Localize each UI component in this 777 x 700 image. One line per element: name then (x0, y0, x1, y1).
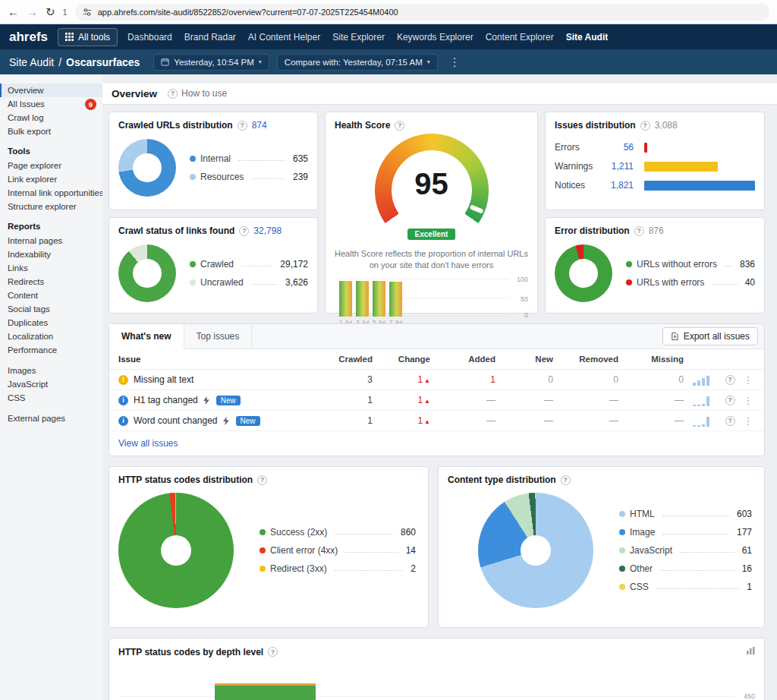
export-all-issues-button[interactable]: Export all issues (662, 327, 758, 345)
nav-site-explorer[interactable]: Site Explorer (332, 32, 385, 43)
help-icon[interactable]: ? (257, 475, 267, 485)
issue-row-word-count-changed[interactable]: i Word count changed New 1 1▲ — — — — ? (109, 411, 764, 431)
help-icon[interactable]: ? (268, 647, 278, 657)
help-icon[interactable]: ? (561, 475, 571, 485)
sidebar-item-page-explorer[interactable]: Page explorer (0, 159, 102, 172)
row-menu-icon[interactable]: ⋮ (741, 395, 755, 406)
help-icon[interactable]: ? (238, 121, 247, 131)
row-value[interactable]: 1,821 (602, 180, 634, 191)
errors-bar[interactable] (644, 143, 647, 153)
row-value[interactable]: 1,211 (602, 161, 634, 172)
legend-item-javascript[interactable]: JavaScript 61 (619, 545, 752, 556)
sidebar-item-internal-pages[interactable]: Internal pages (0, 234, 102, 248)
all-tools-button[interactable]: All tools (58, 28, 118, 46)
legend-item-urls-without-errors[interactable]: URLs without errors 836 (626, 259, 755, 270)
legend-value[interactable]: 635 (293, 153, 308, 164)
sidebar-item-redirects[interactable]: Redirects (0, 275, 102, 289)
legend-value[interactable]: 177 (737, 527, 752, 538)
notices-bar[interactable] (644, 181, 755, 191)
view-all-issues-link[interactable]: View all issues (109, 431, 764, 456)
date-picker-button[interactable]: Yesterday, 10:54 PM ▾ (153, 54, 269, 71)
col-header-change[interactable]: Change (373, 355, 430, 364)
nav-ai-content-helper[interactable]: AI Content Helper (248, 32, 320, 43)
legend-value[interactable]: 603 (737, 509, 752, 519)
sidebar-item-structure-explorer[interactable]: Structure explorer (0, 200, 102, 213)
sidebar-item-all-issues[interactable]: All Issues 9 (0, 97, 102, 111)
compare-button[interactable]: Compare with: Yesterday, 07:15 AM ▾ (277, 54, 438, 71)
legend-value[interactable]: 29,172 (280, 259, 308, 270)
help-icon[interactable]: ? (725, 416, 735, 426)
legend-item-resources[interactable]: Resources 239 (190, 172, 308, 182)
legend-value[interactable]: 2 (411, 563, 416, 574)
issue-row-missing-alt-text[interactable]: ! Missing alt text 3 1▲ 1 0 0 0 ? ⋮ (109, 370, 764, 390)
sidebar-item-bulk-export[interactable]: Bulk export (0, 125, 102, 138)
legend-item-success[interactable]: Success (2xx) 860 (260, 527, 416, 538)
sidebar-item-localization[interactable]: Localization (0, 330, 102, 343)
sidebar-item-performance[interactable]: Performance (0, 343, 102, 357)
legend-item-other[interactable]: Other 16 (619, 563, 752, 574)
more-options-icon[interactable]: ⋮ (445, 55, 464, 69)
legend-item-html[interactable]: HTML 603 (619, 509, 752, 519)
nav-brand-radar[interactable]: Brand Radar (184, 32, 236, 43)
legend-item-crawled[interactable]: Crawled 29,172 (190, 259, 308, 270)
url-bar[interactable]: app.ahrefs.com/site-audit/8522852/overvi… (75, 4, 769, 20)
legend-value[interactable]: 1 (747, 582, 752, 592)
ahrefs-logo[interactable]: ahrefs (9, 30, 48, 45)
col-header-added[interactable]: Added (430, 355, 495, 364)
nav-content-explorer[interactable]: Content Explorer (486, 32, 554, 43)
row-menu-icon[interactable]: ⋮ (741, 415, 755, 427)
help-icon[interactable]: ? (395, 121, 404, 131)
sidebar-item-internal-link-opportunities[interactable]: Internal link opportunities (0, 186, 102, 200)
legend-item-image[interactable]: Image 177 (619, 527, 752, 538)
help-icon[interactable]: ? (239, 226, 249, 236)
legend-value[interactable]: 16 (742, 563, 752, 574)
sidebar-item-overview[interactable]: Overview (0, 84, 102, 97)
breadcrumb-section[interactable]: Site Audit (9, 56, 54, 68)
legend-value[interactable]: 860 (401, 527, 416, 538)
warnings-bar[interactable] (644, 162, 718, 172)
sidebar-item-indexability[interactable]: Indexability (0, 248, 102, 261)
legend-value[interactable]: 14 (406, 545, 416, 556)
col-header-issue[interactable]: Issue (118, 355, 319, 364)
legend-item-urls-with-errors[interactable]: URLs with errors 40 (626, 277, 755, 288)
legend-value[interactable]: 239 (293, 172, 308, 182)
legend-item-redirect[interactable]: Redirect (3xx) 2 (260, 563, 416, 574)
col-header-missing[interactable]: Missing (618, 355, 684, 364)
issue-name[interactable]: Missing alt text (134, 374, 193, 385)
col-header-new[interactable]: New (495, 355, 553, 364)
help-icon[interactable]: ? (725, 396, 735, 405)
sidebar-item-links[interactable]: Links (0, 261, 102, 275)
back-icon[interactable]: ← (8, 6, 19, 17)
sidebar-item-external-pages[interactable]: External pages (0, 411, 102, 425)
legend-item-uncrawled[interactable]: Uncrawled 3,626 (190, 277, 308, 288)
nav-dashboard[interactable]: Dashboard (127, 32, 172, 43)
legend-value[interactable]: 61 (742, 545, 752, 556)
how-to-use-link[interactable]: ? How to use (168, 88, 227, 99)
tab-top-issues[interactable]: Top issues (184, 324, 253, 349)
chart-type-icon[interactable] (746, 646, 755, 657)
tab-whats-new[interactable]: What's new (109, 324, 184, 349)
row-value[interactable]: 56 (602, 142, 634, 153)
sidebar-item-css[interactable]: CSS (0, 391, 102, 405)
help-icon[interactable]: ? (634, 226, 644, 236)
forward-icon[interactable]: → (27, 6, 38, 17)
sidebar-item-social-tags[interactable]: Social tags (0, 302, 102, 316)
crawled-urls-total[interactable]: 874 (252, 120, 267, 131)
sidebar-item-content[interactable]: Content (0, 289, 102, 302)
sidebar-item-link-explorer[interactable]: Link explorer (0, 172, 102, 186)
nav-site-audit[interactable]: Site Audit (566, 32, 609, 43)
legend-item-internal[interactable]: Internal 635 (190, 153, 308, 164)
row-menu-icon[interactable]: ⋮ (741, 374, 755, 386)
site-settings-icon[interactable] (83, 8, 92, 17)
reload-icon[interactable]: ↻ (46, 6, 55, 17)
nav-keywords-explorer[interactable]: Keywords Explorer (397, 32, 473, 43)
sidebar-item-crawl-log[interactable]: Crawl log (0, 111, 102, 125)
legend-item-css[interactable]: CSS 1 (619, 582, 752, 592)
sidebar-item-javascript[interactable]: JavaScript (0, 377, 102, 391)
sidebar-item-duplicates[interactable]: Duplicates (0, 316, 102, 330)
col-header-removed[interactable]: Removed (553, 355, 618, 364)
legend-value[interactable]: 3,626 (285, 277, 308, 288)
col-header-crawled[interactable]: Crawled (319, 355, 373, 364)
issue-row-h1-tag-changed[interactable]: i H1 tag changed New 1 1▲ — — — — ? (109, 390, 764, 411)
links-found-total[interactable]: 32,798 (253, 225, 282, 236)
